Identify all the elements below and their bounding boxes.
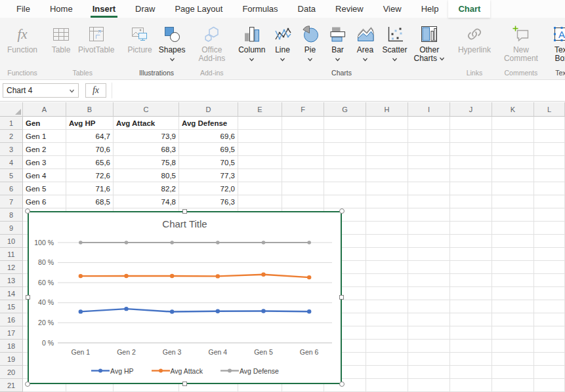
name-box[interactable]: Chart 4 bbox=[3, 83, 79, 98]
line-chart-button[interactable]: Line bbox=[269, 20, 297, 62]
cell-C6[interactable]: 82,2 bbox=[114, 182, 179, 195]
pie-chart-button[interactable]: Pie bbox=[297, 20, 324, 62]
cell-F5[interactable] bbox=[282, 169, 324, 182]
cell-H12[interactable] bbox=[366, 261, 408, 274]
cell-K5[interactable] bbox=[492, 169, 534, 182]
cell-I11[interactable] bbox=[408, 248, 450, 261]
cell-B7[interactable]: 68,5 bbox=[66, 195, 114, 208]
cell-J11[interactable] bbox=[450, 248, 492, 261]
cell-E7[interactable] bbox=[238, 195, 282, 208]
cell-K6[interactable] bbox=[492, 182, 534, 195]
cell-D3[interactable]: 69,5 bbox=[179, 143, 238, 156]
cell-J20[interactable] bbox=[450, 366, 492, 379]
cell-H19[interactable] bbox=[366, 353, 408, 366]
select-all-corner[interactable] bbox=[0, 102, 23, 117]
cell-E2[interactable] bbox=[238, 130, 282, 143]
cell-J21[interactable] bbox=[450, 379, 492, 392]
cell-K14[interactable] bbox=[492, 287, 534, 300]
cell-L4[interactable] bbox=[534, 156, 565, 169]
cell-H13[interactable] bbox=[366, 274, 408, 287]
cell-B2[interactable]: 64,7 bbox=[66, 130, 114, 143]
cell-I9[interactable] bbox=[408, 222, 450, 235]
cell-C4[interactable]: 75,8 bbox=[114, 156, 179, 169]
tab-draw[interactable]: Draw bbox=[125, 0, 165, 18]
cell-J5[interactable] bbox=[450, 169, 492, 182]
cell-H14[interactable] bbox=[366, 287, 408, 300]
cell-I5[interactable] bbox=[408, 169, 450, 182]
cell-B3[interactable]: 70,6 bbox=[66, 143, 114, 156]
cell-B4[interactable]: 65,6 bbox=[66, 156, 114, 169]
cell-G4[interactable] bbox=[324, 156, 366, 169]
cell-F3[interactable] bbox=[282, 143, 324, 156]
cell-C2[interactable]: 73,9 bbox=[114, 130, 179, 143]
cell-B6[interactable]: 71,6 bbox=[66, 182, 114, 195]
cell-G2[interactable] bbox=[324, 130, 366, 143]
series-avg-hp-marker[interactable] bbox=[124, 307, 128, 311]
row-header-21[interactable]: 21 bbox=[0, 379, 23, 392]
row-header-4[interactable]: 4 bbox=[0, 156, 23, 169]
cell-H18[interactable] bbox=[366, 340, 408, 353]
cell-J12[interactable] bbox=[450, 261, 492, 274]
cell-K2[interactable] bbox=[492, 130, 534, 143]
column-header-G[interactable]: G bbox=[324, 102, 366, 117]
chart-resize-handle[interactable] bbox=[25, 208, 30, 214]
cell-G6[interactable] bbox=[324, 182, 366, 195]
chevron-down-icon[interactable] bbox=[280, 52, 285, 64]
chevron-down-icon[interactable] bbox=[392, 52, 398, 64]
cell-D6[interactable]: 72,0 bbox=[179, 182, 238, 195]
cell-F4[interactable] bbox=[282, 156, 324, 169]
chevron-down-icon[interactable] bbox=[169, 52, 175, 64]
tab-chart[interactable]: Chart bbox=[448, 0, 490, 18]
cell-L15[interactable] bbox=[534, 300, 565, 313]
series-avg-defense-marker[interactable] bbox=[216, 241, 220, 245]
chevron-down-icon[interactable] bbox=[69, 86, 75, 95]
cell-K12[interactable] bbox=[492, 261, 534, 274]
cell-B1[interactable]: Avg HP bbox=[66, 117, 114, 130]
series-avg-attack-marker[interactable] bbox=[216, 274, 220, 278]
chart-resize-handle[interactable] bbox=[339, 208, 345, 214]
tab-file[interactable]: File bbox=[7, 0, 40, 18]
legend-item-avg-attack[interactable]: Avg Attack bbox=[151, 367, 203, 375]
row-header-16[interactable]: 16 bbox=[0, 313, 23, 326]
cell-I2[interactable] bbox=[408, 130, 450, 143]
cell-D1[interactable]: Avg Defense bbox=[179, 117, 238, 130]
cell-I10[interactable] bbox=[408, 235, 450, 248]
column-chart-button[interactable]: Column bbox=[235, 20, 268, 62]
chart-resize-handle[interactable] bbox=[339, 295, 344, 300]
tab-view[interactable]: View bbox=[373, 0, 411, 18]
bar-chart-button[interactable]: Bar bbox=[324, 20, 352, 62]
cell-L2[interactable] bbox=[534, 130, 565, 143]
cell-J9[interactable] bbox=[450, 222, 492, 235]
legend-item-avg-defense[interactable]: Avg Defense bbox=[220, 367, 279, 375]
cell-L18[interactable] bbox=[534, 340, 565, 353]
column-header-B[interactable]: B bbox=[66, 102, 114, 117]
cell-A5[interactable]: Gen 4 bbox=[23, 169, 66, 182]
cell-I13[interactable] bbox=[408, 274, 450, 287]
cell-K13[interactable] bbox=[492, 274, 534, 287]
cell-A2[interactable]: Gen 1 bbox=[23, 130, 66, 143]
column-header-H[interactable]: H bbox=[366, 102, 408, 117]
cell-A3[interactable]: Gen 2 bbox=[23, 143, 66, 156]
tab-data[interactable]: Data bbox=[288, 0, 325, 18]
cell-K15[interactable] bbox=[492, 300, 534, 313]
cell-E1[interactable] bbox=[238, 117, 282, 130]
row-header-6[interactable]: 6 bbox=[0, 182, 23, 195]
other-charts-button[interactable]: OtherCharts bbox=[411, 20, 448, 63]
chart-resize-handle[interactable] bbox=[182, 382, 187, 386]
cell-H10[interactable] bbox=[366, 235, 408, 248]
chart-resize-handle[interactable] bbox=[26, 295, 30, 300]
cell-J18[interactable] bbox=[450, 340, 492, 353]
cell-L12[interactable] bbox=[534, 261, 565, 274]
cell-L11[interactable] bbox=[534, 248, 565, 261]
cell-K7[interactable] bbox=[492, 195, 534, 208]
cell-L17[interactable] bbox=[534, 326, 565, 340]
cell-L5[interactable] bbox=[534, 169, 565, 182]
chart-resize-handle[interactable] bbox=[339, 382, 345, 387]
series-avg-defense-marker[interactable] bbox=[79, 241, 83, 245]
cell-K11[interactable] bbox=[492, 248, 534, 261]
cell-K10[interactable] bbox=[492, 235, 534, 248]
cell-I3[interactable] bbox=[408, 143, 450, 156]
cell-L10[interactable] bbox=[534, 235, 565, 248]
series-avg-hp-marker[interactable] bbox=[216, 309, 220, 313]
insert-function-button[interactable]: fx bbox=[85, 83, 106, 98]
